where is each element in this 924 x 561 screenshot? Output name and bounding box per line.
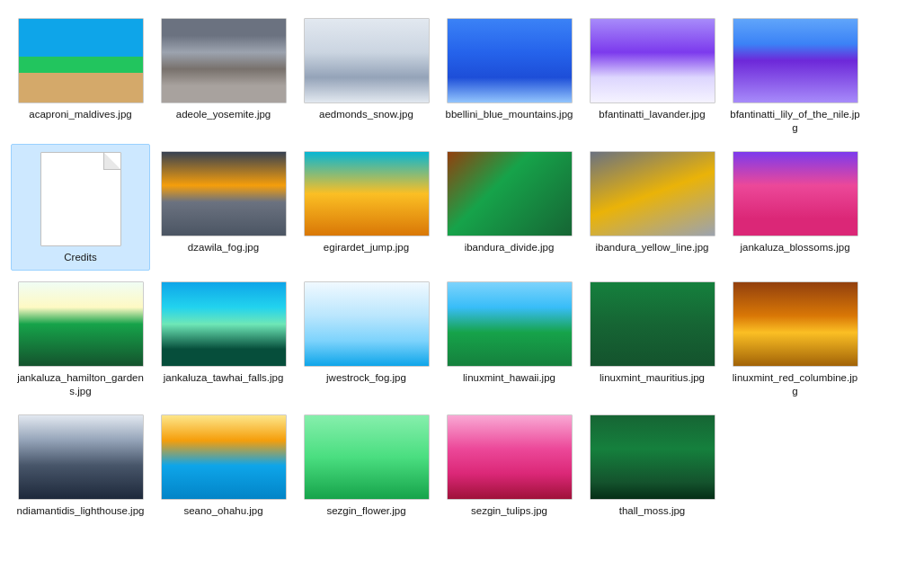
file-item[interactable]: adeole_yosemite.jpg [154,11,293,140]
file-item[interactable]: linuxmint_mauritius.jpg [582,274,722,404]
filename-label: ibandura_divide.jpg [465,241,555,254]
image-thumbnail [447,18,573,103]
file-item[interactable]: sezgin_tulips.jpg [440,407,579,523]
filename-label: linuxmint_mauritius.jpg [600,371,705,385]
filename-label: jwestrock_fog.jpg [326,371,406,385]
file-item[interactable]: thall_moss.jpg [582,407,722,523]
file-item[interactable]: bbellini_blue_mountains.jpg [440,11,579,140]
file-item[interactable]: jankaluza_tawhai_falls.jpg [154,274,293,404]
filename-label: jankaluza_blossoms.jpg [740,241,849,254]
filename-label: sezgin_flower.jpg [326,504,405,518]
image-thumbnail [447,414,573,500]
image-thumbnail [447,151,573,236]
file-item[interactable]: ibandura_divide.jpg [440,144,579,271]
image-thumbnail [590,151,715,236]
filename-label: linuxmint_hawaii.jpg [463,371,555,385]
image-thumbnail [304,414,430,500]
filename-label: dzawila_fog.jpg [188,241,259,254]
file-item[interactable]: jankaluza_hamilton_gardens.jpg [11,274,150,404]
filename-label: bbellini_blue_mountains.jpg [446,108,573,121]
file-item[interactable]: Credits [11,144,150,271]
file-item[interactable]: sezgin_flower.jpg [297,407,436,523]
filename-label: jankaluza_tawhai_falls.jpg [164,371,284,385]
filename-label: bfantinatti_lavander.jpg [599,108,705,121]
filename-label: seano_ohahu.jpg [183,504,262,518]
file-item[interactable]: bfantinatti_lavander.jpg [582,11,722,140]
image-thumbnail [161,281,287,367]
image-thumbnail [161,18,287,103]
filename-label: acaproni_maldives.jpg [29,108,131,121]
file-item[interactable]: jankaluza_blossoms.jpg [725,144,865,271]
filename-label: ibandura_yellow_line.jpg [596,241,709,254]
filename-label: aedmonds_snow.jpg [319,108,413,121]
image-thumbnail [733,151,858,236]
file-item[interactable]: egirardet_jump.jpg [297,144,436,271]
file-item[interactable]: linuxmint_hawaii.jpg [440,274,579,404]
file-item[interactable]: acaproni_maldives.jpg [11,11,150,140]
filename-label: thall_moss.jpg [619,504,686,518]
filename-label: Credits [64,251,96,264]
filename-label: adeole_yosemite.jpg [176,108,271,121]
image-thumbnail [733,18,858,103]
filename-label: jankaluza_hamilton_gardens.jpg [15,371,146,398]
doc-thumbnail [18,152,144,246]
filename-label: ndiamantidis_lighthouse.jpg [17,504,145,518]
file-grid: acaproni_maldives.jpgadeole_yosemite.jpg… [0,0,924,534]
image-thumbnail [590,281,715,367]
file-item[interactable]: ibandura_yellow_line.jpg [582,144,722,271]
image-thumbnail [18,18,144,103]
image-thumbnail [733,281,858,367]
filename-label: linuxmint_red_columbine.jpg [730,371,860,398]
image-thumbnail [447,281,573,367]
file-item[interactable]: seano_ohahu.jpg [154,407,293,523]
file-item[interactable]: aedmonds_snow.jpg [297,11,436,140]
file-item[interactable]: jwestrock_fog.jpg [297,274,436,404]
image-thumbnail [18,281,144,367]
image-thumbnail [304,18,430,103]
file-item[interactable]: linuxmint_red_columbine.jpg [725,274,865,404]
file-item[interactable]: bfantinatti_lily_of_the_nile.jpg [725,11,865,140]
filename-label: egirardet_jump.jpg [324,241,409,254]
file-item[interactable]: ndiamantidis_lighthouse.jpg [11,407,150,523]
image-thumbnail [304,151,430,236]
filename-label: bfantinatti_lily_of_the_nile.jpg [730,108,860,135]
image-thumbnail [18,414,144,500]
image-thumbnail [161,151,287,236]
image-thumbnail [161,414,287,500]
image-thumbnail [590,414,715,500]
filename-label: sezgin_tulips.jpg [471,504,547,518]
file-item[interactable]: dzawila_fog.jpg [154,144,293,271]
image-thumbnail [590,18,715,103]
image-thumbnail [304,281,430,367]
